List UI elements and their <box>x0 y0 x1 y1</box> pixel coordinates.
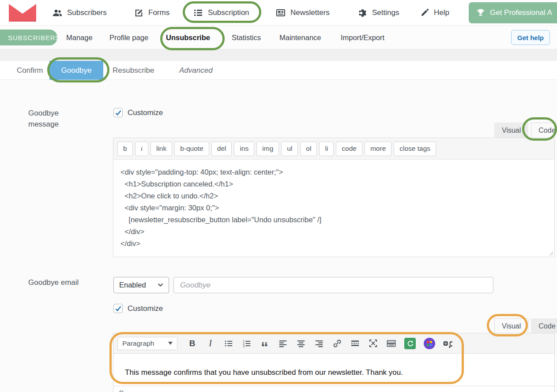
tab-advanced[interactable]: Advanced <box>179 61 213 80</box>
goodbye-email-visual-editor: Paragraph B I 123 “ This messa <box>113 333 555 392</box>
numbered-list-icon[interactable]: 123 <box>241 338 252 348</box>
qt-bold-button[interactable]: b <box>117 142 133 156</box>
tab-resubscribe[interactable]: Resubscribe <box>113 61 154 80</box>
visual-editor-toolbar: Paragraph B I 123 “ <box>113 333 554 354</box>
align-left-icon[interactable] <box>278 338 288 348</box>
nav-item-newsletters[interactable]: Newsletters <box>275 0 330 26</box>
goodbye-email-subject-input[interactable] <box>173 277 493 293</box>
subnav-item-maintenance[interactable]: Maintenance <box>279 26 321 49</box>
italic-button[interactable]: I <box>205 338 215 348</box>
quicktags-toolbar: b i link b-quote del ins img ul ol li co… <box>113 138 554 160</box>
newsletter-plugin-admin: Subscribers Forms Subscription Newslette… <box>0 0 557 392</box>
qt-link-button[interactable]: link <box>151 142 172 156</box>
align-center-icon[interactable] <box>296 338 306 348</box>
qt-close-tags-button[interactable]: close tags <box>394 142 436 156</box>
blockquote-icon[interactable]: “ <box>260 338 270 348</box>
goodbye-email-label: Goodbye email <box>28 277 79 288</box>
bullet-list-icon[interactable] <box>223 338 233 348</box>
checkbox-checked[interactable] <box>113 108 123 117</box>
toolbar-icons: B I 123 “ <box>187 338 453 349</box>
newsletters-newspaper-icon <box>275 7 286 18</box>
unsubscribe-tab-bar: Confirm Goodbye Resubscribe Advanced <box>0 61 557 80</box>
help-pen-icon <box>420 8 429 18</box>
checkbox-checked[interactable] <box>113 304 123 313</box>
cta-label: Get Professional A <box>490 8 552 17</box>
code-tab-button[interactable]: Code <box>531 123 557 138</box>
link-icon[interactable] <box>332 338 342 348</box>
trophy-icon <box>476 8 485 18</box>
settings-gear-icon <box>358 8 368 18</box>
subnav-item-unsubscribe[interactable]: Unsubscribe <box>166 26 210 49</box>
keyboard-icon[interactable] <box>386 338 396 348</box>
goodbye-email-status-select[interactable]: Enabled <box>113 277 169 293</box>
nav-label: Subscribers <box>67 8 107 17</box>
goodbye-message-code-textarea[interactable]: <div style="padding-top: 40px; text-alig… <box>113 160 554 257</box>
nav-item-settings[interactable]: Settings <box>358 0 399 26</box>
element-path[interactable]: P <box>119 389 124 392</box>
nav-item-forms[interactable]: Forms <box>134 0 169 26</box>
forms-edit-icon <box>134 8 144 18</box>
subnav-item-import-export[interactable]: Import/Export <box>341 26 384 49</box>
select-value: Enabled <box>119 281 146 289</box>
qt-code-button[interactable]: code <box>336 142 362 156</box>
goodbye-message-code-editor: b i link b-quote del ins img ul ol li co… <box>113 138 555 257</box>
qt-ins-button[interactable]: ins <box>234 142 254 156</box>
nav-label: Subscription <box>208 8 249 17</box>
visual-tab-button[interactable]: Visual <box>494 318 528 333</box>
media-audio-icon[interactable] <box>443 338 453 348</box>
fullscreen-icon[interactable] <box>368 338 378 348</box>
tab-confirm[interactable]: Confirm <box>17 61 43 80</box>
customize-label: Customize <box>128 108 163 117</box>
section-badge: SUBSCRIBERS <box>0 30 57 45</box>
qt-del-button[interactable]: del <box>211 142 232 156</box>
customize-label: Customize <box>128 304 163 313</box>
nav-label: Forms <box>148 8 169 17</box>
nav-label: Help <box>434 8 449 17</box>
message-editor-mode-switch: Visual Code <box>492 123 557 138</box>
nav-item-help[interactable]: Help <box>420 0 449 26</box>
svg-text:3: 3 <box>243 345 245 348</box>
qt-bquote-button[interactable]: b-quote <box>174 142 209 156</box>
dropdown-caret-icon <box>168 342 173 345</box>
subnav-item-manage[interactable]: Manage <box>66 26 93 49</box>
read-more-icon[interactable] <box>350 338 360 348</box>
subnav-item-profile-page[interactable]: Profile page <box>109 26 148 49</box>
qt-ol-button[interactable]: ol <box>300 142 317 156</box>
bold-button[interactable]: B <box>187 338 197 348</box>
page-background-band <box>0 49 557 61</box>
paragraph-format-dropdown[interactable]: Paragraph <box>117 337 177 350</box>
goodbye-email-message-body[interactable]: This message confirms that you have unsu… <box>113 354 554 377</box>
qt-img-button[interactable]: img <box>256 142 279 156</box>
top-nav-bar: Subscribers Forms Subscription Newslette… <box>0 0 557 26</box>
qt-li-button[interactable]: li <box>319 142 334 156</box>
qt-italic-button[interactable]: i <box>135 142 148 156</box>
subscription-list-icon <box>193 7 203 18</box>
editor-status-bar: P <box>113 386 554 392</box>
subscribers-people-icon <box>52 7 63 18</box>
tab-goodbye[interactable]: Goodbye <box>49 61 103 80</box>
subnav-item-statistics[interactable]: Statistics <box>232 26 261 49</box>
get-professional-button[interactable]: Get Professional A <box>469 2 557 23</box>
code-tab-button[interactable]: Code <box>531 318 557 333</box>
qt-ul-button[interactable]: ul <box>281 142 298 156</box>
purple-apps-plugin-icon[interactable] <box>424 338 435 349</box>
nav-label: Newsletters <box>290 8 330 17</box>
nav-item-subscribers[interactable]: Subscribers <box>52 0 107 26</box>
nav-label: Settings <box>372 8 399 17</box>
qt-more-button[interactable]: more <box>365 142 391 156</box>
nav-item-subscription[interactable]: Subscription <box>193 0 249 26</box>
subscribers-sub-nav: SUBSCRIBERS Manage Profile page Unsubscr… <box>0 26 557 49</box>
green-sync-plugin-icon[interactable] <box>404 338 416 349</box>
email-editor-mode-switch: Visual Code <box>492 318 557 333</box>
align-right-icon[interactable] <box>314 338 324 348</box>
visual-tab-button[interactable]: Visual <box>494 123 528 138</box>
goodbye-message-label: Goodbye message <box>28 108 79 130</box>
customize-message-checkbox-row[interactable]: Customize <box>113 108 163 117</box>
customize-email-checkbox-row[interactable]: Customize <box>113 304 163 313</box>
newsletter-envelope-logo[interactable] <box>9 4 36 22</box>
chevron-down-icon <box>158 283 163 287</box>
get-help-button[interactable]: Get help <box>511 30 550 45</box>
textarea-resize-handle[interactable] <box>548 250 553 256</box>
